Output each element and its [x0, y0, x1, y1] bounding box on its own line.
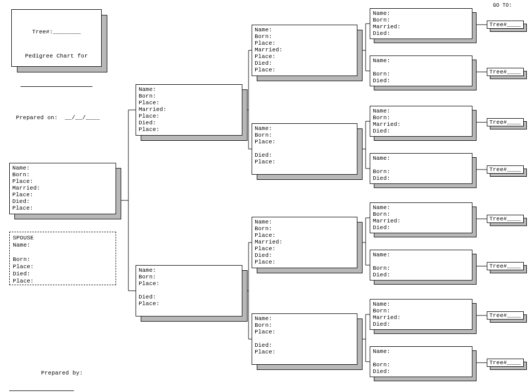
conn-tree-13 [477, 266, 487, 267]
person-15-fields: Name: Born: Died: [370, 346, 472, 377]
prepared-by-label: Prepared by: [41, 370, 83, 376]
person-8-fields: Name: Born: Married: Died: [370, 8, 472, 39]
pedigree-chart-canvas: GO TO: Tree#:________ Pedigree Chart for… [0, 0, 532, 392]
connector-7-1415 [363, 314, 370, 367]
treebox-9-label: Tree#____ [487, 68, 524, 76]
treebox-8-label: Tree#____ [487, 21, 524, 29]
person-6-fields: Name: Born: Place: Married: Place: Died:… [252, 217, 357, 268]
person-14-fields: Name: Born: Married: Died: [370, 299, 472, 330]
connector-4-89 [363, 24, 370, 76]
pedigree-title: Pedigree Chart for [16, 52, 97, 60]
conn-tree-14 [477, 315, 487, 316]
person-7-fields: Name: Born: Place: Died: Place: [252, 313, 357, 365]
treebox-14-label: Tree#____ [487, 311, 524, 320]
goto-label: GO TO: [493, 3, 512, 8]
person-5-fields: Name: Born: Place: Died: Place: [252, 123, 357, 175]
connector-5-1011 [363, 121, 370, 174]
treebox-11-label: Tree#____ [487, 165, 524, 174]
treebox-15-label: Tree#____ [487, 359, 524, 367]
treebox-10-label: Tree#____ [487, 118, 524, 126]
spouse-box: SPOUSE Name: Born: Place: Died: Place: [9, 232, 116, 285]
tree-num-label: Tree#:________ [16, 28, 97, 36]
conn-tree-15 [477, 363, 487, 363]
treebox-12-label: Tree#____ [487, 215, 524, 223]
person-13-fields: Name: Born: Died: [370, 250, 472, 281]
connector-6-1213 [363, 218, 370, 270]
person-11-fields: Name: Born: Died: [370, 153, 472, 184]
conn-tree-8 [477, 25, 487, 25]
person-3-fields: Name: Born: Place: Died: Place: [136, 265, 242, 316]
person-4-fields: Name: Born: Place: Married: Place: Died:… [252, 25, 357, 76]
conn-tree-9 [477, 72, 487, 72]
person-12-fields: Name: Born: Married: Died: [370, 202, 472, 233]
conn-tree-10 [477, 122, 487, 123]
person-1-fields: Name: Born: Place: Married: Place: Died:… [9, 163, 116, 214]
treebox-13-label: Tree#____ [487, 262, 524, 270]
connector-2-45 [248, 50, 252, 153]
connector-1-23 [121, 110, 136, 295]
conn-tree-11 [477, 170, 487, 170]
connector-3-67 [248, 242, 252, 343]
person-2-fields: Name: Born: Place: Married: Place: Died:… [136, 84, 242, 136]
conn-tree-12 [477, 219, 487, 219]
person-10-fields: Name: Born: Married: Died: [370, 106, 472, 137]
prepared-on: Prepared on: __/__/____ [16, 114, 97, 122]
person-9-fields: Name: Born: Died: [370, 55, 472, 86]
